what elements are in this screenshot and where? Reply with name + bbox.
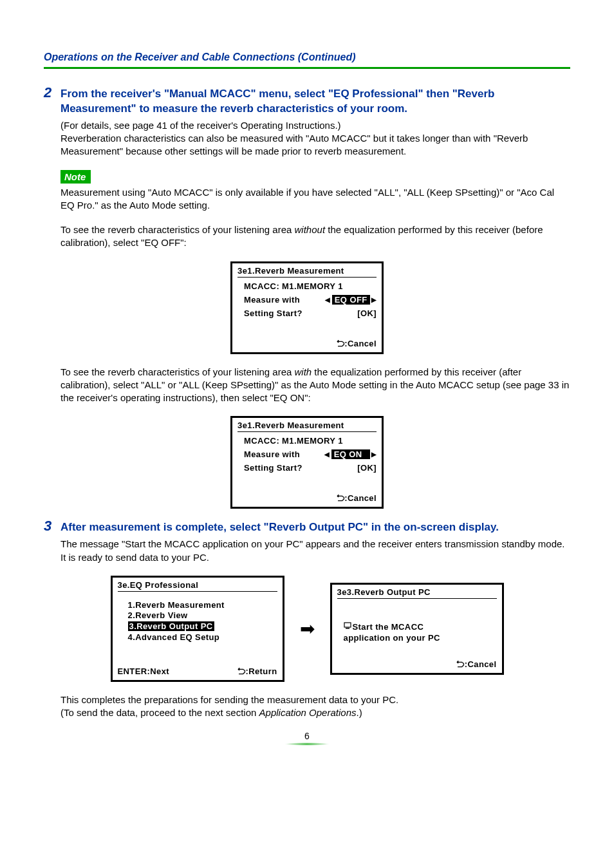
title-divider: [44, 67, 570, 69]
osd-start-row: Setting Start? [OK]: [244, 463, 377, 473]
osd-pair: 3e.EQ Professional 1.Reverb Measurement …: [44, 576, 570, 682]
osd-reverb-output-pc: 3e3.Reverb Output PC Start the MCACC app…: [330, 583, 504, 675]
osd-title: 3e1.Reverb Measurement: [237, 420, 377, 432]
step-3: 3 After measurement is complete, select …: [44, 520, 570, 535]
step-heading: After measurement is complete, select "R…: [60, 520, 499, 535]
svg-rect-0: [344, 623, 351, 627]
osd-title: 3e3.Reverb Output PC: [337, 587, 497, 599]
eqoff-intro: To see the reverb characteristics of you…: [60, 223, 570, 250]
osd-cancel: ⮌:Cancel: [237, 339, 377, 348]
para: Reverberation characteristics can also b…: [60, 133, 528, 156]
return-icon: ⮌: [336, 339, 344, 348]
right-triangle-icon: ▶: [371, 296, 377, 303]
step-heading: From the receiver's "Manual MCACC" menu,…: [60, 87, 570, 117]
step-2: 2 From the receiver's "Manual MCACC" men…: [44, 87, 570, 117]
right-triangle-icon: ▶: [371, 451, 377, 458]
osd-mcacc: MCACC: M1.MEMORY 1: [244, 281, 377, 291]
return-icon: ⮌: [237, 666, 245, 676]
osd-start-row: Setting Start? [OK]: [244, 308, 377, 318]
osd-cancel: ⮌:Cancel: [237, 493, 377, 503]
osd-measure-row: Measure with ◀ EQ ON ▶: [244, 449, 377, 459]
page-number-ornament: [284, 742, 330, 746]
eqon-intro: To see the reverb characteristics of you…: [60, 366, 570, 405]
eq-value: EQ ON: [331, 449, 370, 459]
pc-icon: [344, 622, 351, 633]
left-triangle-icon: ◀: [325, 296, 330, 303]
menu-item: 1.Reverb Measurement: [128, 600, 277, 610]
eq-value: EQ OFF: [332, 295, 370, 305]
osd-title: 3e.EQ Professional: [118, 580, 277, 592]
osd-footer: ENTER:Next ⮌:Return: [118, 666, 277, 676]
step-number: 2: [44, 86, 60, 100]
page-number: 6: [44, 731, 570, 746]
menu-item-selected: 3.Reverb Output PC: [128, 621, 214, 631]
step-3-body: The message "Start the MCACC application…: [60, 538, 570, 564]
osd-title: 3e1.Reverb Measurement: [237, 266, 377, 278]
step-number: 3: [44, 519, 60, 533]
osd-measure-row: Measure with ◀ EQ OFF ▶: [244, 295, 377, 305]
menu-item: 4.Advanced EQ Setup: [128, 632, 277, 642]
note-badge: Note: [60, 170, 91, 184]
arrow-right-icon: ➡: [300, 618, 315, 639]
para: (For details, see page 41 of the receive…: [60, 120, 341, 131]
svg-rect-1: [346, 628, 349, 629]
return-icon: ⮌: [456, 659, 464, 669]
closing-text: This completes the preparations for send…: [60, 693, 570, 720]
osd-eq-professional: 3e.EQ Professional 1.Reverb Measurement …: [111, 576, 284, 682]
menu-item: 2.Reverb View: [128, 610, 277, 620]
osd-reverb-measurement-on: 3e1.Reverb Measurement MCACC: M1.MEMORY …: [230, 416, 384, 509]
osd-message: Start the MCACC application on your PC: [344, 622, 490, 644]
osd-reverb-measurement-off: 3e1.Reverb Measurement MCACC: M1.MEMORY …: [230, 261, 384, 354]
return-icon: ⮌: [336, 493, 344, 503]
note-text: Measurement using "Auto MCACC" is only a…: [60, 186, 570, 212]
osd-cancel: ⮌:Cancel: [337, 659, 497, 669]
step-2-body: (For details, see page 41 of the receive…: [60, 119, 570, 158]
left-triangle-icon: ◀: [324, 451, 330, 458]
page-title: Operations on the Receiver and Cable Con…: [44, 52, 570, 63]
osd-mcacc: MCACC: M1.MEMORY 1: [244, 436, 377, 446]
